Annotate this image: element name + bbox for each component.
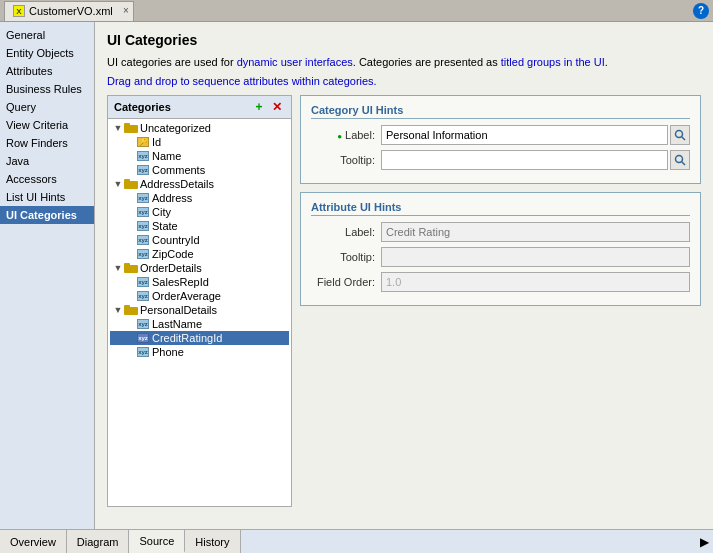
- help-icon[interactable]: ?: [693, 3, 709, 19]
- file-icon: X: [13, 5, 25, 17]
- node-label-zipcode: ZipCode: [152, 248, 194, 260]
- attr-icon-zipcode: xyz: [136, 248, 150, 260]
- toggle-name: [124, 150, 136, 162]
- toggle-addressdetails[interactable]: ▼: [112, 178, 124, 190]
- sidebar-item-accessors[interactable]: Accessors: [0, 170, 94, 188]
- tree-content[interactable]: ▼ Uncategorized 🔑 Id: [108, 119, 291, 506]
- tree-header-actions: + ✕: [251, 99, 285, 115]
- category-label-field-label: Label:: [311, 129, 381, 141]
- tree-node-orderaverage[interactable]: xyz OrderAverage: [110, 289, 289, 303]
- sidebar-item-row-finders[interactable]: Row Finders: [0, 134, 94, 152]
- tab-bar: X CustomerVO.xml × ?: [0, 0, 713, 22]
- category-hints-section: Category UI Hints Label: Tooltip:: [300, 95, 701, 184]
- attribute-hints-section: Attribute UI Hints Label: Tooltip: Field…: [300, 192, 701, 306]
- tree-header-label: Categories: [114, 101, 171, 113]
- svg-rect-2: [124, 181, 138, 189]
- tab-overview[interactable]: Overview: [0, 530, 67, 553]
- node-label-id: Id: [152, 136, 161, 148]
- node-label-addressdetails: AddressDetails: [140, 178, 214, 190]
- main-container: General Entity Objects Attributes Busine…: [0, 22, 713, 529]
- category-label-search-button[interactable]: [670, 125, 690, 145]
- tab-source[interactable]: Source: [129, 530, 185, 553]
- tree-node-countryid[interactable]: xyz CountryId: [110, 233, 289, 247]
- folder-icon-uncategorized: [124, 122, 138, 134]
- tree-node-address[interactable]: xyz Address: [110, 191, 289, 205]
- tree-node-personaldetails[interactable]: ▼ PersonalDetails: [110, 303, 289, 317]
- attribute-label-input[interactable]: [381, 222, 690, 242]
- tree-node-name[interactable]: xyz Name: [110, 149, 289, 163]
- attribute-label-row: Label:: [311, 222, 690, 242]
- delete-category-button[interactable]: ✕: [269, 99, 285, 115]
- attribute-fieldorder-label: Field Order:: [311, 276, 381, 288]
- attribute-tooltip-field-label: Tooltip:: [311, 251, 381, 263]
- svg-line-11: [682, 161, 686, 165]
- search-icon: [674, 129, 686, 141]
- node-label-personaldetails: PersonalDetails: [140, 304, 217, 316]
- category-label-row: Label:: [311, 125, 690, 145]
- bottom-bar: Overview Diagram Source History ▶: [0, 529, 713, 553]
- sidebar-item-general[interactable]: General: [0, 26, 94, 44]
- tab-history[interactable]: History: [185, 530, 240, 553]
- file-tab[interactable]: X CustomerVO.xml ×: [4, 1, 134, 21]
- key-icon-id: 🔑: [136, 136, 150, 148]
- toggle-orderdetails[interactable]: ▼: [112, 262, 124, 274]
- tree-node-creditratingid[interactable]: xyz CreditRatingId: [110, 331, 289, 345]
- tree-node-orderdetails[interactable]: ▼ OrderDetails: [110, 261, 289, 275]
- toggle-personaldetails[interactable]: ▼: [112, 304, 124, 316]
- folder-icon-orderdetails: [124, 262, 138, 274]
- scroll-right-button[interactable]: ▶: [696, 530, 713, 553]
- attr-icon-countryid: xyz: [136, 234, 150, 246]
- tree-node-id[interactable]: 🔑 Id: [110, 135, 289, 149]
- category-tooltip-search-button[interactable]: [670, 150, 690, 170]
- attribute-fieldorder-input[interactable]: [381, 272, 690, 292]
- tree-node-city[interactable]: xyz City: [110, 205, 289, 219]
- content-area: UI Categories UI categories are used for…: [95, 22, 713, 529]
- svg-rect-5: [124, 263, 130, 266]
- attr-icon-orderaverage: xyz: [136, 290, 150, 302]
- sidebar-item-view-criteria[interactable]: View Criteria: [0, 116, 94, 134]
- svg-rect-1: [124, 123, 130, 126]
- sidebar-item-ui-categories[interactable]: UI Categories: [0, 206, 94, 224]
- node-label-city: City: [152, 206, 171, 218]
- folder-icon-personaldetails: [124, 304, 138, 316]
- toggle-id: [124, 136, 136, 148]
- add-category-button[interactable]: +: [251, 99, 267, 115]
- category-tooltip-input[interactable]: [381, 150, 668, 170]
- tree-header: Categories + ✕: [108, 96, 291, 119]
- node-label-creditratingid: CreditRatingId: [152, 332, 222, 344]
- svg-rect-0: [124, 125, 138, 133]
- toggle-uncategorized[interactable]: ▼: [112, 122, 124, 134]
- tree-node-salesrepid[interactable]: xyz SalesRepId: [110, 275, 289, 289]
- tree-node-state[interactable]: xyz State: [110, 219, 289, 233]
- tree-node-comments[interactable]: xyz Comments: [110, 163, 289, 177]
- sidebar-item-list-ui-hints[interactable]: List UI Hints: [0, 188, 94, 206]
- node-label-orderaverage: OrderAverage: [152, 290, 221, 302]
- sidebar-item-java[interactable]: Java: [0, 152, 94, 170]
- tree-node-lastname[interactable]: xyz LastName: [110, 317, 289, 331]
- category-tooltip-row: Tooltip:: [311, 150, 690, 170]
- tree-node-addressdetails[interactable]: ▼ AddressDetails: [110, 177, 289, 191]
- attribute-tooltip-input[interactable]: [381, 247, 690, 267]
- svg-rect-7: [124, 305, 130, 308]
- tree-node-zipcode[interactable]: xyz ZipCode: [110, 247, 289, 261]
- tree-node-uncategorized[interactable]: ▼ Uncategorized: [110, 121, 289, 135]
- node-label-countryid: CountryId: [152, 234, 200, 246]
- svg-rect-3: [124, 179, 130, 182]
- sidebar-item-business-rules[interactable]: Business Rules: [0, 80, 94, 98]
- tab-close-button[interactable]: ×: [123, 5, 129, 16]
- sidebar: General Entity Objects Attributes Busine…: [0, 22, 95, 529]
- svg-rect-6: [124, 307, 138, 315]
- tree-node-phone[interactable]: xyz Phone: [110, 345, 289, 359]
- attr-icon-address: xyz: [136, 192, 150, 204]
- sidebar-item-attributes[interactable]: Attributes: [0, 62, 94, 80]
- node-label-uncategorized: Uncategorized: [140, 122, 211, 134]
- sidebar-item-entity-objects[interactable]: Entity Objects: [0, 44, 94, 62]
- attribute-fieldorder-row: Field Order:: [311, 272, 690, 292]
- content-desc-1: UI categories are used for dynamic user …: [107, 54, 701, 71]
- attr-icon-name: xyz: [136, 150, 150, 162]
- category-label-input[interactable]: [381, 125, 668, 145]
- node-label-address: Address: [152, 192, 192, 204]
- drag-note: Drag and drop to sequence attributes wit…: [107, 75, 701, 87]
- tab-diagram[interactable]: Diagram: [67, 530, 130, 553]
- sidebar-item-query[interactable]: Query: [0, 98, 94, 116]
